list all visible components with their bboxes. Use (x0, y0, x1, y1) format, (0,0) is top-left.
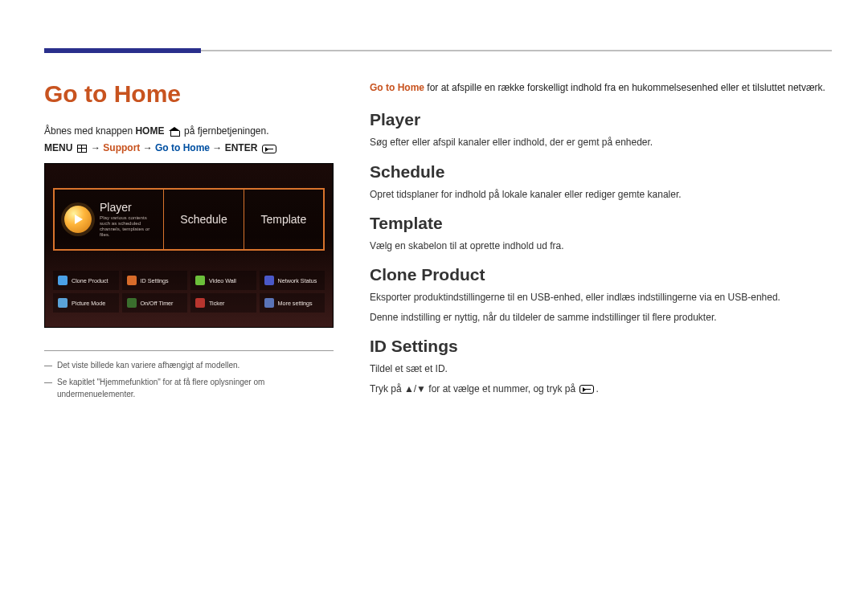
section-heading-schedule: Schedule (370, 162, 832, 182)
section-heading-clone: Clone Product (370, 265, 832, 284)
open-pre: Åbnes med knappen (44, 125, 135, 137)
updown-arrows-icon: ▲/▼ (404, 381, 426, 397)
footnote-dash: ― (44, 359, 52, 371)
intro-rest: for at afspille en række forskelligt ind… (424, 82, 825, 93)
tv-item-picture-mode: Picture Mode (53, 293, 119, 313)
tv-item-label: On/Off Timer (141, 300, 174, 307)
footnote-text: Det viste billede kan variere afhængigt … (57, 359, 240, 371)
network-status-icon (264, 276, 274, 285)
open-bold: HOME (135, 125, 164, 137)
tv-item-network-status: Network Status (260, 271, 326, 290)
tv-player-sub: Play various contents such as scheduled … (100, 215, 154, 237)
tv-item-label: More settings (278, 300, 313, 307)
intro-lead: Go to Home (370, 82, 424, 93)
ticker-icon (195, 298, 205, 308)
tv-main-row: Player Play various contents such as sch… (53, 188, 325, 251)
section-desc-clone-1: Eksporter produktindstillingerne til en … (370, 289, 832, 305)
picture-mode-icon (58, 298, 68, 308)
section-desc-template: Vælg en skabelon til at oprette indhold … (370, 238, 832, 254)
section-desc-player: Søg efter eller afspil kanaler eller ind… (370, 134, 832, 150)
id-settings-icon (127, 276, 137, 285)
footnote-dash: ― (44, 376, 52, 400)
tv-screenshot: Player Play various contents such as sch… (44, 163, 334, 328)
menu-arrow-2: → (140, 142, 155, 153)
tv-item-label: Network Status (278, 277, 317, 284)
tv-cell-schedule: Schedule (164, 190, 244, 249)
menu-path-gohome: Go to Home (155, 142, 210, 153)
enter-icon (262, 145, 276, 153)
tv-item-more-settings: More settings (260, 293, 326, 313)
tv-item-id-settings: ID Settings (122, 271, 188, 290)
section-heading-template: Template (370, 214, 832, 233)
enter-icon (579, 385, 594, 394)
right-column: Go to Home for at afspille en række fors… (370, 80, 832, 405)
left-column: Go to Home Åbnes med knappen HOME på fje… (44, 80, 342, 405)
menu-path-menu: MENU (44, 142, 72, 153)
tv-item-label: Ticker (209, 300, 224, 307)
intro-paragraph: Go to Home for at afspille en række fors… (370, 80, 832, 96)
tv-item-ticker: Ticker (190, 293, 256, 313)
section-desc-schedule: Opret tidsplaner for indhold på lokale k… (370, 186, 832, 202)
section-heading-id: ID Settings (370, 337, 832, 356)
more-settings-icon (264, 298, 274, 308)
section-heading-player: Player (370, 110, 832, 129)
tv-item-label: Video Wall (209, 277, 236, 284)
tv-item-label: ID Settings (141, 277, 169, 284)
section-desc-clone-2: Denne indstilling er nyttig, når du tild… (370, 309, 832, 325)
tv-grid: Clone Product ID Settings Video Wall Net… (53, 271, 325, 313)
menu-path-support: Support (103, 142, 140, 153)
menu-arrow-3: → (210, 142, 225, 153)
clone-product-icon (58, 276, 68, 285)
open-instruction: Åbnes med knappen HOME på fjernbetjening… (44, 124, 342, 139)
open-post: på fjernbetjeningen. (182, 125, 269, 137)
menu-path-enter: ENTER (225, 142, 258, 153)
id-d2-mid: for at vælge et nummer, og tryk på (426, 383, 578, 394)
menu-grid-icon (77, 145, 87, 153)
footnote-text: Se kapitlet "Hjemmefunktion" for at få f… (57, 376, 334, 400)
play-icon (64, 206, 92, 233)
section-desc-id-1: Tildel et sæt et ID. (370, 361, 832, 377)
footnote: ―Se kapitlet "Hjemmefunktion" for at få … (44, 376, 334, 400)
id-d2-pre: Tryk på (370, 383, 404, 394)
menu-path: MENU → Support → Go to Home → ENTER (44, 142, 342, 153)
tv-cell-template: Template (244, 190, 323, 249)
tv-player-label: Player (100, 202, 154, 214)
menu-arrow-1: → (88, 142, 104, 153)
video-wall-icon (195, 276, 205, 285)
footnotes: ―Det viste billede kan variere afhængigt… (44, 350, 334, 400)
tv-item-clone-product: Clone Product (53, 271, 119, 290)
home-icon (169, 127, 180, 137)
onoff-timer-icon (127, 298, 137, 308)
tv-item-onoff-timer: On/Off Timer (122, 293, 188, 313)
page-title: Go to Home (44, 80, 342, 108)
section-desc-id-2: Tryk på ▲/▼ for at vælge et nummer, og t… (370, 381, 832, 398)
tv-item-label: Picture Mode (72, 300, 105, 307)
tv-item-video-wall: Video Wall (190, 271, 256, 290)
header-rule-accent (44, 48, 201, 53)
tv-item-label: Clone Product (72, 277, 108, 284)
id-d2-post: . (596, 383, 598, 394)
tv-cell-player: Player Play various contents such as sch… (55, 190, 164, 249)
footnote: ―Det viste billede kan variere afhængigt… (44, 359, 334, 371)
